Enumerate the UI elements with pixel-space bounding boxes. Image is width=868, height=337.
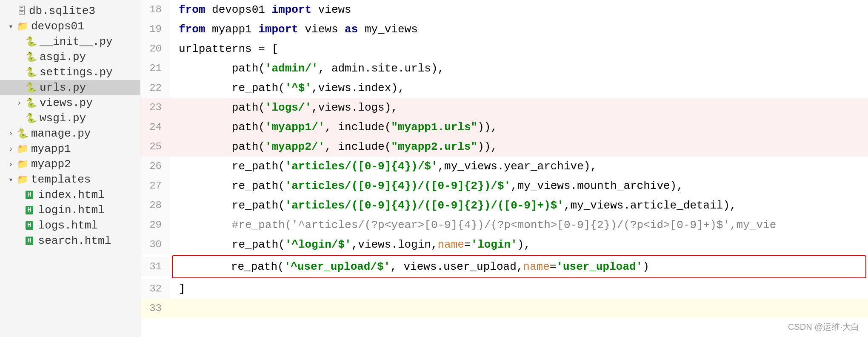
line-code[interactable]: re_path('^login/$',views.login,name='log… (170, 235, 868, 254)
sidebar-item-label: manage.py (31, 127, 91, 140)
sidebar-item-label: myapp1 (31, 143, 71, 155)
sidebar-item-devops01[interactable]: ▾ 📁 devops01 (0, 19, 140, 34)
tree-arrow (17, 221, 26, 230)
sidebar-item-label: settings.py (40, 66, 113, 79)
file-tree-sidebar[interactable]: 🗄 db.sqlite3 ▾ 📁 devops01 🐍 __init__.py … (0, 0, 140, 337)
py-icon: 🐍 (26, 36, 37, 48)
line-code[interactable]: from devops01 import views (170, 0, 868, 20)
sidebar-item-login-html[interactable]: H login.html (0, 203, 140, 218)
line-code[interactable]: re_path('articles/([0-9]{4})/([0-9]{2})/… (170, 176, 868, 196)
line-code[interactable]: path('logs/',views.logs), (170, 98, 868, 117)
watermark: CSDN @运维·大白 (788, 321, 859, 333)
html-icon: H (26, 221, 33, 230)
html-icon: H (26, 237, 33, 245)
code-line-33: 33 (140, 299, 868, 318)
tree-arrow (17, 191, 26, 199)
sidebar-item-views-py[interactable]: › 🐍 views.py (0, 95, 140, 111)
code-line-20: 20 urlpatterns = [ (140, 39, 868, 59)
line-number: 33 (140, 299, 170, 318)
code-line-26: 26 re_path('articles/([0-9]{4})/$',my_vi… (140, 157, 868, 176)
sidebar-item-label: views.py (40, 97, 93, 109)
sidebar-item-logs-html[interactable]: H logs.html (0, 218, 140, 233)
line-code[interactable]: #re_path('^articles/(?p<year>[0-9]{4})/(… (170, 215, 868, 235)
sidebar-item-label: index.html (38, 188, 105, 201)
tree-arrow-templates: ▾ (9, 175, 17, 184)
tree-arrow-myapp2: › (9, 160, 17, 168)
py-icon: 🐍 (17, 128, 29, 140)
sidebar-item-label: db.sqlite3 (29, 5, 95, 17)
sidebar-item-init-py[interactable]: 🐍 __init__.py (0, 34, 140, 49)
line-number: 26 (140, 157, 170, 176)
tree-arrow (17, 114, 26, 123)
sidebar-item-settings-py[interactable]: 🐍 settings.py (0, 65, 140, 80)
tree-arrow-views: › (17, 99, 26, 107)
sidebar-item-wsgi-py[interactable]: 🐍 wsgi.py (0, 111, 140, 126)
line-number: 19 (140, 20, 170, 39)
line-code[interactable]: ] (170, 279, 868, 299)
sidebar-item-asgi-py[interactable]: 🐍 asgi.py (0, 49, 140, 65)
sidebar-item-label: asgi.py (40, 51, 86, 63)
sidebar-item-templates[interactable]: ▾ 📁 templates (0, 172, 140, 187)
line-code[interactable] (170, 299, 868, 318)
code-line-19: 19 from myapp1 import views as my_views (140, 20, 868, 39)
sidebar-item-search-html[interactable]: H search.html (0, 233, 140, 248)
sidebar-item-label: myapp2 (31, 158, 71, 171)
line-code[interactable]: re_path('^$',views.index), (170, 78, 868, 98)
sidebar-item-index-html[interactable]: H index.html (0, 187, 140, 203)
sidebar-item-myapp1[interactable]: › 📁 myapp1 (0, 141, 140, 157)
line-code[interactable]: path('myapp1/', include("myapp1.urls")), (170, 117, 868, 137)
code-line-25: 25 path('myapp2/', include("myapp2.urls"… (140, 137, 868, 157)
tree-arrow (17, 206, 26, 214)
line-code[interactable]: from myapp1 import views as my_views (170, 20, 868, 39)
code-line-31: 31 re_path('^user_upload/$', views.user_… (140, 254, 868, 279)
line-code[interactable]: urlpatterns = [ (170, 39, 868, 59)
sidebar-item-label: urls.py (40, 81, 86, 94)
py-icon: 🐍 (26, 67, 37, 78)
sidebar-item-urls-py[interactable]: 🐍 urls.py (0, 80, 140, 95)
line-number: 30 (140, 235, 170, 254)
line-code[interactable]: path('myapp2/', include("myapp2.urls")), (170, 137, 868, 157)
tree-arrow (17, 53, 26, 61)
sidebar-item-label: devops01 (31, 20, 84, 33)
sidebar-item-label: logs.html (38, 219, 98, 232)
line-number: 23 (140, 98, 170, 117)
line-number: 18 (140, 0, 170, 20)
folder-icon: 📁 (17, 159, 29, 170)
sidebar-item-label: __init__.py (40, 35, 113, 48)
code-lines-container: 18 from devops01 import views 19 from my… (140, 0, 868, 337)
code-line-21: 21 path('admin/', admin.site.urls), (140, 59, 868, 78)
sidebar-item-manage-py[interactable]: › 🐍 manage.py (0, 126, 140, 141)
sidebar-item-label: templates (31, 173, 91, 186)
folder-purple-icon: 📁 (17, 174, 29, 186)
html-icon: H (26, 206, 33, 214)
sidebar-item-myapp2[interactable]: › 📁 myapp2 (0, 157, 140, 172)
sidebar-item-label: login.html (38, 204, 105, 217)
html-icon: H (26, 191, 33, 199)
line-number: 29 (140, 215, 170, 235)
tree-arrow (17, 68, 26, 77)
line-code[interactable]: re_path('^user_upload/$', views.user_upl… (172, 255, 866, 278)
py-icon: 🐍 (26, 113, 37, 124)
code-line-30: 30 re_path('^login/$',views.login,name='… (140, 235, 868, 254)
folder-icon: 📁 (17, 21, 29, 32)
line-code[interactable]: re_path('articles/([0-9]{4})/([0-9]{2})/… (170, 196, 868, 215)
sidebar-item-label: wsgi.py (40, 112, 86, 125)
line-number: 20 (140, 39, 170, 59)
line-number: 25 (140, 137, 170, 157)
py-icon: 🐍 (26, 97, 37, 109)
db-icon: 🗄 (17, 6, 26, 17)
line-number: 21 (140, 59, 170, 78)
line-code[interactable]: path('admin/', admin.site.urls), (170, 59, 868, 78)
tree-arrow-devops01: ▾ (9, 22, 17, 31)
code-line-23: 23 path('logs/',views.logs), (140, 98, 868, 117)
sidebar-item-label: search.html (38, 234, 111, 247)
sidebar-item-db-sqlite3[interactable]: 🗄 db.sqlite3 (0, 3, 140, 19)
line-number: 22 (140, 78, 170, 98)
tree-arrow-myapp1: › (9, 145, 17, 153)
code-line-28: 28 re_path('articles/([0-9]{4})/([0-9]{2… (140, 196, 868, 215)
line-number: 28 (140, 196, 170, 215)
line-code[interactable]: re_path('articles/([0-9]{4})/$',my_views… (170, 157, 868, 176)
code-editor[interactable]: 18 from devops01 import views 19 from my… (140, 0, 868, 337)
tree-arrow (9, 7, 17, 15)
py-icon: 🐍 (26, 51, 37, 63)
